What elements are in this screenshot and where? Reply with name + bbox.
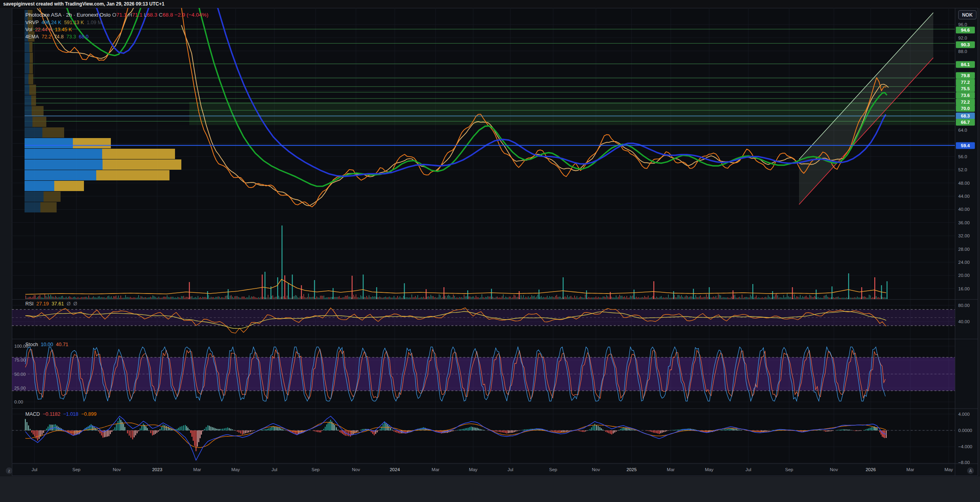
price-label: 44.00 — [958, 194, 970, 199]
legend-value: 40.71 — [56, 342, 68, 347]
legend-stoch[interactable]: Stoch10.0040.71 — [25, 342, 71, 347]
price-label: 48.00 — [958, 181, 970, 186]
legend-value: 10.00 — [41, 342, 53, 347]
price-badge-66.7: 66.7 — [956, 119, 975, 126]
price-badge-84.1: 84.1 — [956, 61, 975, 68]
bottom-toolbar: TradingView — [0, 476, 980, 502]
price-badge-94.6: 94.6 — [956, 27, 975, 34]
legend-ema4[interactable]: 4EMA72.274.873.368.0 — [25, 34, 91, 40]
price-badge-79.8: 79.8 — [956, 72, 975, 79]
legend-label: 4EMA — [25, 34, 39, 40]
macd-axis-label: 0.0000 — [958, 428, 972, 433]
legend-value: 73.3 — [67, 34, 76, 40]
legend-value: −1.018 — [63, 411, 78, 417]
macd-axis-label: −8.00 — [958, 460, 970, 465]
price-badge-70.0: 70.0 — [956, 105, 975, 112]
legend-label: Vol — [25, 27, 32, 32]
macd-axis-label: −4.000 — [958, 444, 972, 449]
price-badge-59.4: 59.4 — [956, 142, 975, 149]
symbol-legend[interactable]: Photocure ASA · 2h · Euronext Oslo O71.1… — [25, 12, 208, 18]
price-label: 64.0 — [958, 128, 967, 133]
legend-macd[interactable]: MACD−0.1182−1.018−0.899 — [25, 411, 99, 417]
ohlc-value: 68.3 — [147, 12, 159, 18]
legend-label: Stoch — [25, 342, 38, 347]
price-label: 16.00 — [958, 286, 970, 291]
legend-label: RSI — [25, 301, 34, 307]
chart-canvas[interactable] — [0, 0, 980, 502]
legend-value: 496.24 K — [42, 20, 61, 25]
macd-axis-label: 4.000 — [958, 412, 970, 417]
price-label: 20.00 — [958, 273, 970, 278]
price-badge-72.2: 72.2 — [956, 99, 975, 106]
rsi-axis-label: 40.00 — [958, 319, 970, 324]
price-label: 88.0 — [958, 49, 967, 54]
timezone-bubble[interactable]: z — [6, 468, 13, 474]
price-label: 56.0 — [958, 154, 967, 159]
ohlc-key: L — [144, 12, 147, 18]
price-badge-68.3: 68.3 — [956, 113, 975, 119]
legend-label: MACD — [25, 411, 40, 417]
legend-value: 72.2 — [42, 34, 51, 40]
legend-value: 68.0 — [79, 34, 88, 40]
ohlc-key: H — [128, 12, 132, 18]
price-badge-77.2: 77.2 — [956, 79, 975, 86]
tradingview-chart-page: savepiginvest created with TradingView.c… — [0, 0, 980, 502]
price-label: 32.00 — [958, 233, 970, 238]
ohlc-value: 68.8 — [163, 12, 175, 18]
legend-value: 22.44 K — [35, 27, 52, 32]
price-badge-75.5: 75.5 — [956, 85, 975, 92]
legend-value: 37.61 — [51, 301, 64, 307]
legend-value: −0.1182 — [43, 411, 61, 417]
legend-value: 591.13 K — [64, 20, 84, 25]
price-label: 24.00 — [958, 260, 970, 265]
legend-label: VRVP — [25, 20, 39, 25]
legend-vrvp[interactable]: VRVP496.24 K591.13 K1.09 M — [25, 20, 105, 25]
symbol-title: Photocure ASA · 2h · Euronext Oslo — [25, 12, 112, 18]
rsi-axis-label: 80.00 — [958, 303, 970, 308]
auto-scale-bubble[interactable]: A — [967, 468, 974, 474]
legend-value: Ø — [67, 301, 70, 307]
ohlc-value: 71.1 — [116, 12, 128, 18]
legend-value: 13.45 K — [55, 27, 72, 32]
price-badge-90.3: 90.3 — [956, 42, 975, 48]
price-label: 36.00 — [958, 220, 970, 225]
legend-value: 74.8 — [54, 34, 63, 40]
price-label: 28.00 — [958, 247, 970, 252]
price-label: 96.0 — [958, 22, 967, 27]
ohlc-value: 71.1 — [132, 12, 144, 18]
currency-button[interactable]: NOK — [958, 10, 976, 19]
legend-value: −0.899 — [81, 411, 97, 417]
price-badge-73.6: 73.6 — [956, 92, 975, 99]
legend-vol[interactable]: Vol22.44 K13.45 K — [25, 27, 75, 32]
legend-rsi[interactable]: RSI27.1937.61ØØ — [25, 301, 80, 307]
legend-value: 1.09 M — [87, 20, 102, 25]
price-label: 52.0 — [958, 167, 967, 172]
change-value: −2.9 (−4.04%) — [175, 12, 209, 18]
attribution-bar: savepiginvest created with TradingView.c… — [0, 0, 980, 8]
ohlc-key: C — [159, 12, 163, 18]
price-label: 92.0 — [958, 36, 967, 40]
ohlc-key: O — [112, 12, 116, 18]
legend-value: 27.19 — [36, 301, 49, 307]
price-label: 40.00 — [958, 207, 970, 212]
legend-value: Ø — [73, 301, 77, 307]
